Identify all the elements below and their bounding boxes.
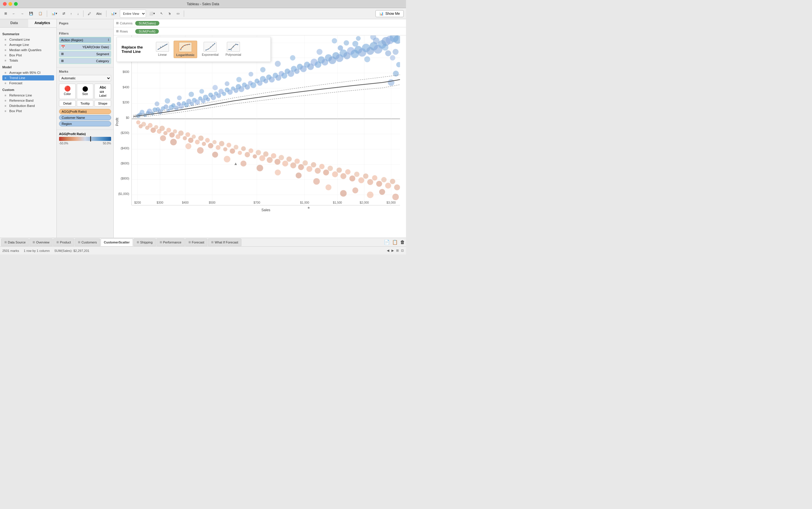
svg-point-95 [211,95,216,100]
trend-opt-polynomial[interactable]: Polynomial [223,41,243,58]
toolbar-swap[interactable]: ⇄ [61,9,67,18]
window-controls[interactable] [3,2,18,6]
sidebar-item-median-quartiles[interactable]: ≡ Median with Quartiles [2,47,54,53]
sidebar-item-average-95ci[interactable]: ≡ Average with 95% CI [2,70,54,75]
svg-point-236 [340,173,346,179]
trend-opt-exponential[interactable]: Exponential [199,41,221,58]
sidebar-item-reference-line[interactable]: ≡ Reference Line [2,93,54,98]
marks-type-select[interactable]: Automatic [59,75,111,81]
svg-point-8 [184,45,186,46]
maximize-button[interactable] [14,2,18,6]
rows-pill[interactable]: SUM(Profit) [135,29,159,34]
toolbar-annotation[interactable]: 🖊 [86,9,93,18]
trend-opt-logarithmic[interactable]: Logarithmic [174,41,197,58]
columns-shelf: ⊞ Columns SUM(Sales) [114,19,406,27]
svg-point-207 [226,143,231,147]
tab-analytics[interactable]: Analytics [28,19,56,27]
status-fit-width[interactable]: ⊡ [401,249,404,252]
status-nav-right[interactable]: ▶ [392,249,394,252]
performance-tab-icon: ⊞ [160,241,162,244]
sidebar-item-totals[interactable]: ≡ Totals [2,58,54,63]
svg-point-93 [206,97,210,101]
show-me-button[interactable]: 📊 Show Me [375,10,404,17]
toolbar-cursor[interactable]: ↖ [158,9,165,18]
pill-region[interactable]: Region [59,121,111,126]
status-grid-view[interactable]: ⊞ [396,249,399,252]
tab-whatif[interactable]: ⊞ What If Forecast [208,239,241,246]
tab-product[interactable]: ⊞ Product [53,239,74,246]
left-panel: Data Analytics Summarize ≡ Constant Line… [0,19,57,238]
svg-point-198 [195,140,199,144]
toolbar-sort-asc[interactable]: ↑ [68,9,74,18]
sidebar-item-distribution-band[interactable]: ≡ Distribution Band [2,103,54,108]
svg-point-199 [198,136,203,141]
mark-label-btn[interactable]: Abc123 Label [95,84,111,99]
summarize-title: Summarize [2,32,54,36]
toolbar-addview[interactable]: 📋 [36,9,44,18]
mark-detail-btn[interactable]: Detail [59,100,75,107]
delete-sheet-icon[interactable]: 🗑 [400,240,405,245]
svg-text:($200): ($200) [121,131,129,135]
toolbar-forward[interactable]: → [19,9,26,18]
sidebar-label-distribution-band: Distribution Band [9,104,35,107]
filter-category[interactable]: ⊞ Category [59,58,111,64]
svg-point-258 [256,165,263,171]
toolbar-rect[interactable]: ▭ [175,9,182,18]
duplicate-sheet-icon[interactable]: 📋 [392,239,398,245]
sidebar-item-box-plot2[interactable]: ≡ Box Plot [2,108,54,113]
filter-year-order-date[interactable]: 📅 YEAR(Order Date) [59,44,111,50]
tab-forecast-label: Forecast [192,241,205,244]
filter-segment[interactable]: ⊞ Segment [59,51,111,57]
svg-point-2 [160,46,161,48]
minimize-button[interactable] [8,2,12,6]
sidebar-item-constant-line[interactable]: ≡ Constant Line [2,37,54,42]
svg-text:$200: $200 [123,101,129,104]
trend-thumb-polynomial [227,42,240,52]
filter-action-region[interactable]: Action (Region) ℹ [59,37,111,43]
mark-shape-btn[interactable]: Shape [95,100,111,107]
mark-tooltip-btn[interactable]: Tooltip [77,100,93,107]
svg-point-259 [241,161,247,167]
tab-customerscatter[interactable]: CustomerScatter [101,239,133,246]
svg-point-161 [275,61,281,67]
model-title: Model [2,65,54,69]
tab-data[interactable]: Data [0,19,28,27]
toolbar-home[interactable]: ⊞ [2,9,9,18]
filter-category-label: Category [96,59,109,63]
toolbar-text[interactable]: Abc [94,9,104,18]
columns-grid-icon: ⊞ [116,21,119,25]
tab-performance[interactable]: ⊞ Performance [156,239,185,246]
sidebar-item-box-plot[interactable]: ≡ Box Plot [2,53,54,58]
svg-point-238 [349,175,355,181]
mark-size-btn[interactable]: ⬤ Size [77,84,93,99]
mark-color-btn[interactable]: 🔴 Color [59,84,75,99]
tab-overview[interactable]: ⊞ Overview [29,239,53,246]
svg-point-210 [238,151,242,155]
toolbar-save[interactable]: 💾 [27,9,35,18]
new-sheet-icon[interactable]: 📄 [384,239,390,245]
close-button[interactable] [3,2,7,6]
tab-customers[interactable]: ⊞ Customers [75,239,100,246]
svg-point-211 [241,146,246,151]
sidebar-item-average-line[interactable]: ≡ Average Line [2,42,54,47]
toolbar-back[interactable]: ← [10,9,18,18]
pill-customer-name[interactable]: Customer Name [59,115,111,120]
trend-opt-linear[interactable]: Linear [154,41,171,58]
sidebar-item-forecast[interactable]: ≡ Forecast [2,80,54,86]
tab-shipping[interactable]: ⊞ Shipping [133,239,156,246]
tab-data-source[interactable]: ⊞ Data Source [1,239,29,246]
view-dropdown[interactable]: Entire View [120,9,146,18]
tab-forecast[interactable]: ⊞ Forecast [185,239,208,246]
status-nav-left[interactable]: ◀ [387,249,389,252]
rows-grid-icon: ⊞ [116,29,119,33]
pill-profit-ratio[interactable]: AGG(Profit Ratio) [59,109,111,114]
columns-pill[interactable]: SUM(Sales) [135,21,159,26]
sidebar-item-trend-line[interactable]: ≡ Trend Line [2,75,54,80]
size-label: Size [82,92,88,96]
toolbar-sort-desc[interactable]: ↓ [75,9,81,18]
sidebar-item-reference-band[interactable]: ≡ Reference Band [2,98,54,103]
toolbar-pointer[interactable]: 🖱 [166,9,173,18]
toolbar-chart-select[interactable]: 📊▾ [109,9,119,18]
toolbar-charttype[interactable]: 📊▾ [50,9,59,18]
toolbar-fit[interactable]: ⬜▾ [147,9,157,18]
